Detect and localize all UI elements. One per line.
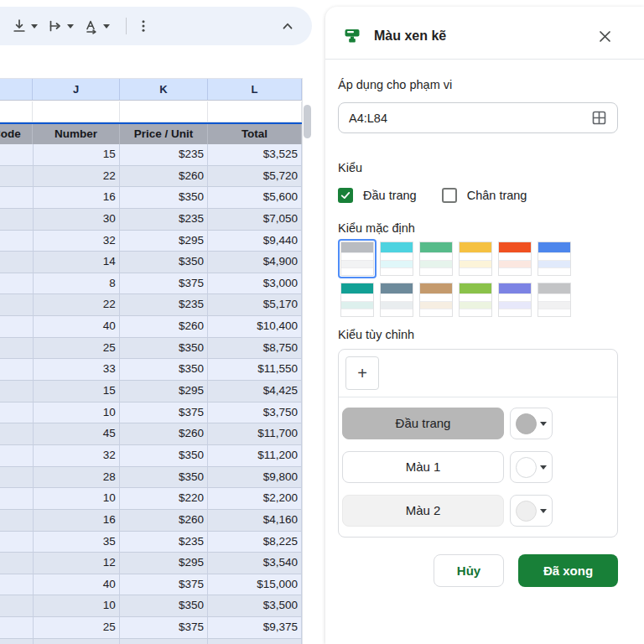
table-cell[interactable]: [0, 144, 34, 166]
table-cell[interactable]: [0, 338, 34, 360]
done-button[interactable]: Đã xong: [518, 554, 618, 587]
color-dropdown[interactable]: [510, 495, 553, 527]
table-cell[interactable]: $350: [120, 445, 208, 467]
table-cell[interactable]: [208, 639, 302, 644]
table-cell[interactable]: $375: [120, 617, 208, 639]
table-cell[interactable]: $375: [120, 273, 208, 295]
column-header-partial[interactable]: [0, 79, 33, 100]
table-cell[interactable]: $15,000: [208, 574, 302, 596]
table-cell[interactable]: [0, 294, 34, 316]
table-cell[interactable]: 25: [34, 617, 120, 639]
table-cell[interactable]: $260: [120, 166, 208, 188]
table-cell[interactable]: $295: [120, 553, 208, 574]
table-cell[interactable]: $295: [120, 381, 208, 402]
default-style-swatch-orange-red[interactable]: [498, 242, 532, 276]
text-rotation-icon[interactable]: [82, 15, 101, 37]
default-style-swatch-light-gray[interactable]: [538, 283, 571, 317]
table-cell[interactable]: $350: [120, 252, 208, 273]
table-cell[interactable]: 14: [34, 252, 120, 273]
table-cell[interactable]: $375: [120, 402, 208, 424]
select-range-grid-icon[interactable]: [591, 110, 607, 126]
table-cell[interactable]: $11,700: [208, 423, 302, 445]
table-cell[interactable]: 15: [34, 381, 120, 402]
column-header-L[interactable]: L: [208, 79, 302, 100]
table-header-cell[interactable]: Total: [208, 124, 302, 144]
table-cell[interactable]: [0, 532, 34, 553]
table-cell[interactable]: $235: [120, 209, 208, 231]
table-cell[interactable]: $220: [120, 488, 208, 510]
empty-cell[interactable]: [33, 101, 119, 122]
default-style-swatch-cyan[interactable]: [380, 242, 413, 276]
color-dropdown[interactable]: [510, 408, 553, 439]
table-cell[interactable]: [0, 553, 34, 574]
range-input[interactable]: [349, 112, 591, 125]
table-cell[interactable]: 22: [34, 166, 120, 188]
default-style-swatch-gray[interactable]: [340, 242, 374, 276]
table-cell[interactable]: $235: [120, 532, 208, 553]
table-cell[interactable]: $3,540: [208, 553, 302, 574]
table-cell[interactable]: 40: [34, 316, 120, 338]
table-cell[interactable]: [0, 488, 34, 510]
table-cell[interactable]: 33: [34, 359, 120, 381]
table-cell[interactable]: $3,750: [208, 402, 302, 424]
table-header-cell[interactable]: Price / Unit: [120, 124, 208, 144]
table-cell[interactable]: [0, 639, 34, 644]
default-style-swatch-yellow[interactable]: [459, 242, 492, 276]
table-cell[interactable]: 10: [34, 488, 120, 510]
table-cell[interactable]: $9,375: [208, 617, 302, 639]
table-cell[interactable]: $3,525: [208, 144, 302, 166]
table-cell[interactable]: $10,400: [208, 316, 302, 338]
color-dropdown[interactable]: [510, 451, 553, 483]
close-icon[interactable]: [598, 29, 612, 44]
table-cell[interactable]: $2,200: [208, 488, 302, 510]
table-cell[interactable]: 45: [34, 423, 120, 445]
table-cell[interactable]: 32: [34, 231, 120, 252]
table-cell[interactable]: $8,750: [208, 338, 302, 360]
vertical-align-bottom-icon[interactable]: [10, 15, 29, 37]
text-wrap-icon[interactable]: [46, 15, 65, 37]
default-style-swatch-blue[interactable]: [538, 242, 571, 276]
table-cell[interactable]: 28: [34, 467, 120, 489]
table-cell[interactable]: [0, 574, 34, 596]
table-cell[interactable]: 16: [34, 510, 120, 532]
footer-checkbox[interactable]: [442, 188, 457, 203]
default-style-swatch-blue-gray[interactable]: [380, 283, 413, 317]
table-cell[interactable]: [0, 359, 34, 381]
table-cell[interactable]: [0, 231, 34, 252]
table-cell[interactable]: $295: [120, 231, 208, 252]
table-cell[interactable]: [0, 273, 34, 295]
header-checkbox[interactable]: [338, 188, 353, 203]
table-cell[interactable]: $260: [120, 510, 208, 532]
default-style-swatch-tan[interactable]: [419, 283, 453, 317]
table-cell[interactable]: [0, 595, 34, 617]
table-cell[interactable]: [0, 423, 34, 445]
dropdown-caret-icon[interactable]: [31, 24, 38, 29]
table-cell[interactable]: $4,160: [208, 510, 302, 532]
custom-style-button[interactable]: Màu 1: [342, 451, 504, 483]
table-cell[interactable]: $5,720: [208, 166, 302, 188]
table-cell[interactable]: $350: [120, 595, 208, 617]
column-header-J[interactable]: J: [33, 79, 119, 100]
table-cell[interactable]: $235: [120, 144, 208, 166]
empty-cell[interactable]: [208, 101, 302, 122]
table-cell[interactable]: [0, 252, 34, 273]
dropdown-caret-icon[interactable]: [103, 24, 110, 29]
default-style-swatch-purple[interactable]: [498, 283, 532, 317]
add-custom-style-button[interactable]: +: [345, 356, 379, 390]
table-cell[interactable]: $260: [120, 423, 208, 445]
table-cell[interactable]: $11,550: [208, 359, 302, 381]
empty-cell[interactable]: [0, 101, 33, 122]
table-cell[interactable]: $350: [120, 359, 208, 381]
table-cell[interactable]: 16: [34, 187, 120, 209]
table-cell[interactable]: [120, 639, 208, 644]
table-header-cell[interactable]: Code: [0, 124, 33, 144]
table-cell[interactable]: 10: [34, 402, 120, 424]
table-cell[interactable]: $3,000: [208, 273, 302, 295]
table-cell[interactable]: [0, 617, 34, 639]
table-cell[interactable]: $9,800: [208, 467, 302, 489]
table-cell[interactable]: 40: [34, 574, 120, 596]
table-cell[interactable]: [34, 639, 120, 644]
table-cell[interactable]: [0, 467, 34, 489]
table-cell[interactable]: [0, 166, 34, 188]
vertical-scrollbar-thumb[interactable]: [304, 105, 311, 138]
